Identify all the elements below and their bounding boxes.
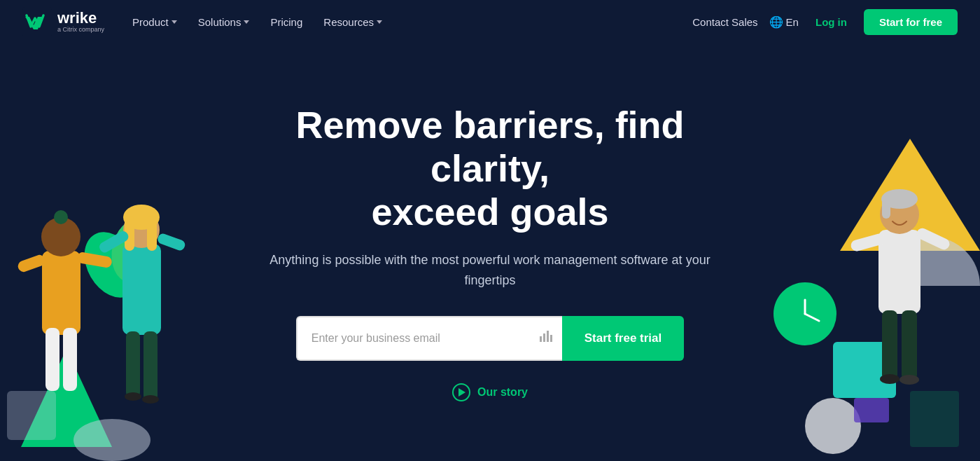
play-circle-icon	[452, 383, 470, 401]
svg-rect-37	[882, 198, 890, 219]
nav-solutions-label: Solutions	[198, 16, 241, 28]
svg-rect-11	[46, 328, 59, 391]
svg-rect-45	[543, 333, 545, 342]
svg-rect-46	[547, 331, 549, 342]
logo-subtitle: a Citrix company	[57, 26, 104, 34]
language-selector[interactable]: 🌐 En	[769, 15, 799, 29]
wrike-logo-icon	[22, 7, 52, 36]
logo-name: wrike	[57, 11, 104, 26]
right-illustration-svg	[742, 83, 980, 461]
hero-subtitle: Anything is possible with the most power…	[245, 250, 735, 291]
hero-content: Remove barriers, find clarity, exceed go…	[245, 103, 735, 401]
nav-product[interactable]: Product	[124, 11, 186, 34]
globe-icon: 🌐	[769, 15, 783, 29]
chevron-down-icon	[172, 20, 177, 24]
nav-right: Contact Sales 🌐 En Log in Start for free	[692, 9, 958, 35]
right-illustration	[742, 83, 980, 461]
nav-left: wrike a Citrix company Product Solutions…	[22, 7, 391, 36]
login-button[interactable]: Log in	[810, 12, 853, 32]
chevron-down-icon	[377, 20, 382, 24]
hero-form: Start free trial	[245, 316, 735, 361]
svg-point-23	[142, 395, 159, 404]
svg-rect-15	[122, 244, 161, 335]
hero-title: Remove barriers, find clarity, exceed go…	[245, 103, 735, 233]
our-story-label: Our story	[477, 386, 528, 399]
svg-rect-8	[42, 251, 80, 335]
nav-solutions[interactable]: Solutions	[190, 11, 258, 34]
navbar: wrike a Citrix company Product Solutions…	[0, 0, 980, 43]
our-story-link[interactable]: Our story	[245, 383, 735, 401]
email-icon	[538, 329, 552, 347]
email-input-wrapper	[296, 316, 562, 361]
language-label: En	[786, 16, 799, 28]
hero-section: Remove barriers, find clarity, exceed go…	[0, 43, 980, 461]
svg-point-4	[74, 419, 150, 461]
chevron-down-icon	[244, 20, 249, 24]
nav-pricing[interactable]: Pricing	[262, 11, 311, 34]
email-input[interactable]	[296, 316, 562, 361]
svg-rect-20	[126, 331, 140, 398]
svg-rect-5	[7, 391, 56, 440]
hero-title-line2: exceed goals	[371, 191, 608, 233]
logo[interactable]: wrike a Citrix company	[22, 7, 104, 36]
start-trial-button[interactable]: Start free trial	[562, 316, 685, 361]
svg-rect-44	[540, 336, 542, 342]
svg-rect-38	[882, 310, 897, 380]
svg-point-31	[805, 398, 861, 454]
nav-product-label: Product	[132, 16, 169, 28]
nav-pricing-label: Pricing	[270, 16, 302, 28]
play-triangle-icon	[458, 388, 465, 397]
logo-text: wrike a Citrix company	[57, 11, 104, 34]
svg-rect-47	[550, 335, 552, 342]
svg-point-22	[125, 392, 141, 401]
svg-rect-12	[63, 328, 77, 391]
svg-point-40	[880, 374, 899, 384]
hero-title-line1: Remove barriers, find clarity,	[295, 104, 684, 189]
svg-rect-19	[147, 216, 157, 251]
svg-rect-33	[910, 391, 959, 447]
svg-rect-34	[878, 230, 920, 314]
svg-rect-32	[854, 398, 889, 422]
nav-resources-label: Resources	[323, 16, 374, 28]
left-illustration	[0, 97, 224, 461]
contact-sales-link[interactable]: Contact Sales	[692, 16, 757, 28]
svg-rect-21	[144, 331, 158, 401]
nav-resources[interactable]: Resources	[315, 11, 391, 34]
start-for-free-button[interactable]: Start for free	[864, 9, 958, 35]
svg-point-41	[899, 375, 919, 385]
svg-rect-39	[902, 310, 917, 380]
left-illustration-svg	[0, 97, 224, 461]
svg-rect-25	[156, 233, 186, 252]
nav-menu: Product Solutions Pricing Resources	[124, 11, 391, 34]
svg-point-10	[54, 210, 68, 224]
